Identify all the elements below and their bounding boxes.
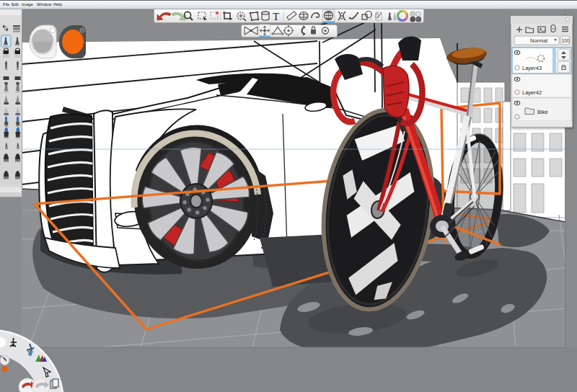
svg-text:100: 100 [562, 38, 571, 43]
svg-text:Normal: Normal [530, 37, 548, 44]
svg-text:T: T [273, 11, 279, 22]
svg-text:Layer42: Layer42 [522, 89, 542, 96]
svg-text:Layer43: Layer43 [522, 65, 542, 71]
svg-text:Bike: Bike [537, 109, 548, 115]
